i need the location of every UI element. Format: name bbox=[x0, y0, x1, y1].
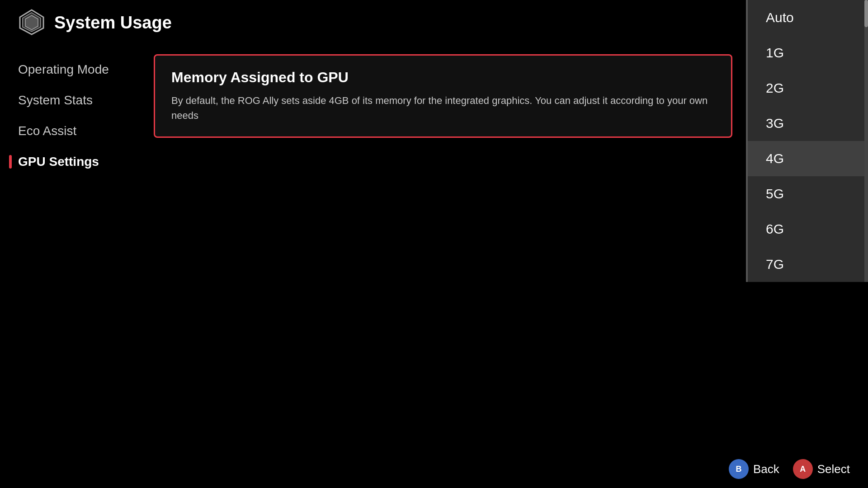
scrollbar-thumb bbox=[864, 0, 868, 27]
main-content: Memory Assigned to GPU By default, the R… bbox=[145, 45, 741, 147]
app-logo bbox=[18, 8, 45, 37]
header: System Usage 98% bbox=[0, 0, 868, 45]
a-button-icon: A bbox=[793, 459, 813, 479]
sidebar-item-operating-mode[interactable]: Operating Mode bbox=[0, 54, 136, 85]
dropdown-option-1g[interactable]: 1G bbox=[748, 35, 868, 70]
svg-marker-2 bbox=[25, 15, 38, 30]
select-label: Select bbox=[817, 462, 850, 476]
scrollbar-track bbox=[864, 0, 868, 282]
sidebar-item-system-stats[interactable]: System Stats bbox=[0, 85, 136, 116]
page-title: System Usage bbox=[54, 13, 172, 33]
sidebar: Operating Mode System Stats Eco Assist G… bbox=[0, 45, 136, 186]
memory-card: Memory Assigned to GPU By default, the R… bbox=[154, 54, 732, 138]
card-title: Memory Assigned to GPU bbox=[171, 69, 715, 86]
dropdown-option-7g[interactable]: 7G bbox=[748, 247, 868, 282]
back-hint: B Back bbox=[729, 459, 779, 479]
dropdown-option-2g[interactable]: 2G bbox=[748, 70, 868, 106]
dropdown-option-auto[interactable]: Auto bbox=[748, 0, 868, 35]
dropdown-option-4g[interactable]: 4G bbox=[748, 141, 868, 176]
back-label: Back bbox=[753, 462, 779, 476]
memory-dropdown[interactable]: Auto 1G 2G 3G 4G 5G 6G 7G bbox=[746, 0, 868, 282]
dropdown-option-5g[interactable]: 5G bbox=[748, 176, 868, 211]
sidebar-item-eco-assist[interactable]: Eco Assist bbox=[0, 116, 136, 146]
dropdown-option-6g[interactable]: 6G bbox=[748, 211, 868, 247]
sidebar-item-gpu-settings[interactable]: GPU Settings bbox=[0, 146, 136, 177]
b-button-icon: B bbox=[729, 459, 749, 479]
select-hint: A Select bbox=[793, 459, 850, 479]
dropdown-option-3g[interactable]: 3G bbox=[748, 106, 868, 141]
card-description: By default, the ROG Ally sets aside 4GB … bbox=[171, 93, 715, 123]
bottom-bar: B Back A Select bbox=[711, 450, 868, 488]
